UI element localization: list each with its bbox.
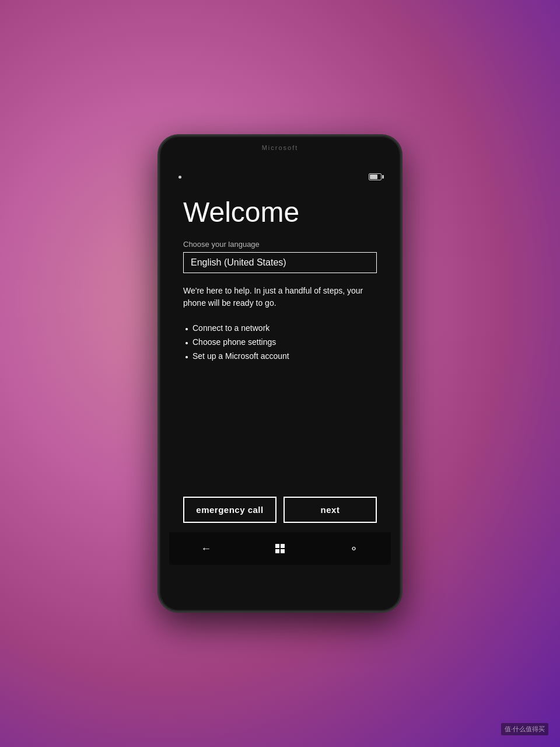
battery-fill (370, 174, 377, 179)
emergency-call-button[interactable]: emergency call (183, 497, 276, 523)
status-right (369, 173, 382, 180)
step-item-2: Choose phone settings (183, 337, 377, 347)
bottom-buttons: emergency call next (169, 490, 391, 532)
next-button[interactable]: next (284, 497, 377, 523)
search-button[interactable]: ⚬ (342, 537, 366, 560)
back-icon: ← (201, 543, 211, 555)
language-section: Choose your language English (United Sta… (183, 240, 377, 273)
search-icon: ⚬ (349, 542, 358, 555)
language-selector[interactable]: English (United States) (183, 252, 377, 273)
description-text: We're here to help. In just a handful of… (183, 285, 377, 309)
welcome-title: Welcome (183, 197, 377, 228)
battery-icon (369, 173, 382, 180)
phone-screen: Welcome Choose your language English (Un… (169, 168, 391, 565)
step-item-1: Connect to a network (183, 323, 377, 333)
watermark: 值·什么值得买 (501, 723, 548, 735)
windows-home-button[interactable] (268, 537, 292, 560)
status-left (178, 176, 181, 179)
signal-icon (178, 176, 181, 179)
screen-content: Welcome Choose your language English (Un… (169, 186, 391, 490)
navigation-bar: ← ⚬ (169, 532, 391, 565)
phone-brand: Microsoft (262, 144, 299, 151)
steps-list: Connect to a network Choose phone settin… (183, 323, 377, 361)
windows-logo-icon (275, 544, 285, 553)
language-label: Choose your language (183, 240, 377, 249)
back-button[interactable]: ← (194, 537, 218, 560)
phone-device: Microsoft Welcome Choose your language E… (158, 134, 402, 613)
step-item-3: Set up a Microsoft account (183, 351, 377, 361)
status-bar (169, 168, 391, 186)
